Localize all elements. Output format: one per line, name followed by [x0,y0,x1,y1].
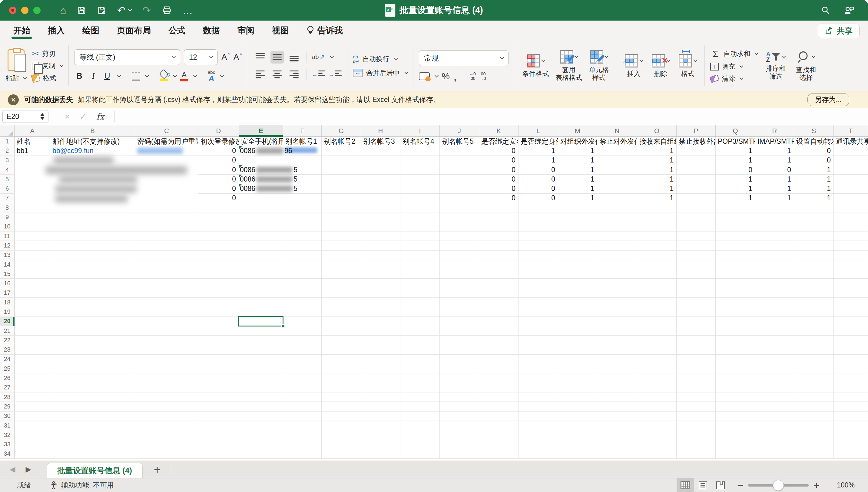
cell-A19[interactable] [15,307,50,316]
cell-E33[interactable] [239,440,283,449]
cell-P24[interactable] [677,354,715,364]
cell-C27[interactable] [135,383,198,392]
cell-B16[interactable] [50,279,135,288]
cell-E29[interactable] [239,402,283,411]
cell-O32[interactable] [637,430,677,439]
cell-P17[interactable] [677,288,715,297]
cell-L3[interactable]: 1 [518,156,558,165]
cell-I10[interactable] [400,222,440,231]
cell-T27[interactable] [834,383,868,392]
cell-S15[interactable] [794,269,834,278]
cell-T26[interactable] [834,373,868,383]
cell-H24[interactable] [361,354,400,364]
cell-P26[interactable] [677,373,715,383]
cell-H8[interactable] [361,203,400,212]
cell-G9[interactable] [322,213,361,221]
cell-O28[interactable] [637,392,677,401]
cell-S19[interactable] [794,307,834,316]
cell-G16[interactable] [322,279,361,288]
cell-D6[interactable]: 0 [198,184,239,193]
cell-A26[interactable] [15,373,50,383]
cell-M7[interactable]: 1 [558,194,597,203]
zoom-slider[interactable] [748,484,808,487]
cell-E17[interactable] [239,288,283,297]
cell-B25[interactable] [50,364,135,373]
cell-J9[interactable] [440,213,479,221]
cell-E2[interactable]: 008696 [239,146,283,155]
cell-H34[interactable] [361,449,400,459]
cell-Q18[interactable] [715,298,755,307]
cell-F25[interactable] [283,364,322,373]
cell-F32[interactable] [283,430,322,439]
cell-K9[interactable] [479,213,518,221]
cell-G23[interactable] [322,345,361,354]
cell-F11[interactable] [283,231,322,241]
cell-S30[interactable] [794,412,834,421]
row-header-19[interactable]: 19 [0,307,15,316]
increase-font-size-button[interactable]: A^ [221,52,230,62]
cell-H16[interactable] [361,279,400,288]
cell-A9[interactable] [15,213,50,221]
cell-P8[interactable] [677,203,715,212]
cell-T31[interactable] [834,421,868,430]
cell-K31[interactable] [479,421,518,430]
cell-M22[interactable] [558,336,597,345]
cell-P16[interactable] [677,279,715,288]
cell-Q11[interactable] [715,231,755,241]
cell-Q13[interactable] [715,250,755,260]
cell-J8[interactable] [440,203,479,212]
cell-G28[interactable] [322,392,361,401]
cell-J7[interactable] [440,194,479,203]
accounting-dropdown-chevron[interactable] [435,74,439,77]
cell-H13[interactable] [361,250,400,260]
cell-S1[interactable]: 设置自动转发 [794,137,834,146]
cell-I16[interactable] [400,279,440,288]
cell-P7[interactable] [677,194,715,203]
cell-S22[interactable] [794,336,834,345]
cell-H19[interactable] [361,307,400,316]
cell-S3[interactable]: 0 [794,156,834,165]
comma-style-button[interactable]: , [453,74,457,79]
cell-M19[interactable] [558,307,597,316]
underline-dropdown-chevron[interactable] [117,74,121,77]
cell-O1[interactable]: 接收来自组织 [637,137,677,146]
cell-N25[interactable] [597,364,637,373]
cell-P31[interactable] [677,421,715,430]
cell-T13[interactable] [834,250,868,260]
cell-T2[interactable] [834,146,868,155]
column-header-L[interactable]: L [518,125,558,137]
cell-E23[interactable] [239,345,283,354]
cell-Q6[interactable]: 1 [715,184,755,193]
cell-J29[interactable] [440,402,479,411]
sort-filter-button[interactable]: AZ 排序和筛选 [763,41,788,91]
column-header-O[interactable]: O [637,125,677,137]
cell-N3[interactable] [597,156,637,165]
italic-button[interactable]: I [88,71,98,81]
row-header-2[interactable]: 2 [0,146,15,155]
cell-C28[interactable] [135,392,198,401]
cell-E14[interactable] [239,260,283,269]
cell-O31[interactable] [637,421,677,430]
cell-N23[interactable] [597,345,637,354]
cell-K16[interactable] [479,279,518,288]
cell-Q9[interactable] [715,213,755,221]
cell-H33[interactable] [361,440,400,449]
cell-A13[interactable] [15,250,50,260]
cell-C11[interactable] [135,231,198,241]
cell-Q4[interactable]: 0 [715,165,755,174]
cell-M20[interactable] [558,317,597,326]
cell-N29[interactable] [597,402,637,411]
cell-G18[interactable] [322,298,361,307]
cell-R1[interactable]: IMAP/SMTP [755,137,794,146]
cell-M21[interactable] [558,326,597,335]
row-header-28[interactable]: 28 [0,392,15,401]
cell-M31[interactable] [558,421,597,430]
cell-A16[interactable] [15,279,50,288]
cell-N5[interactable] [597,175,637,184]
tab-insert[interactable]: 插入 [48,21,65,41]
cell-M4[interactable]: 1 [558,165,597,174]
cell-P6[interactable] [677,184,715,193]
cell-E6[interactable]: 00865 [239,184,283,193]
cell-R23[interactable] [755,345,794,354]
cell-E27[interactable] [239,383,283,392]
